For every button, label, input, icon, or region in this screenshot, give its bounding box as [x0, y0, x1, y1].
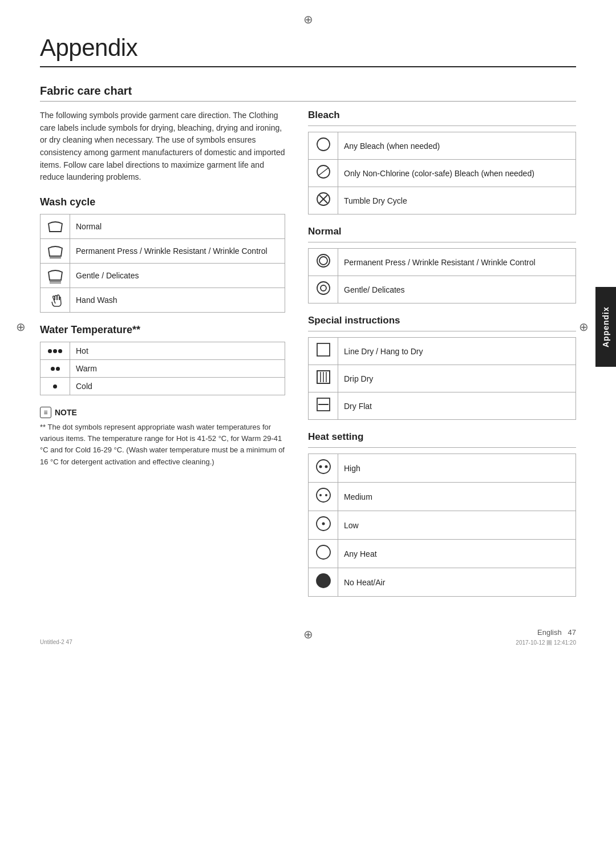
wash-gentle-label: Gentle / Delicates	[70, 264, 285, 288]
normal-table: Permanent Press / Wrinkle Resistant / Wr…	[308, 248, 576, 303]
table-row: Warm	[40, 360, 285, 378]
cold-icon-cell	[40, 378, 70, 395]
svg-point-10	[319, 257, 327, 265]
note-icon: ≡	[40, 407, 51, 418]
line-dry-label: Line Dry / Hang to Dry	[338, 338, 576, 365]
table-row: Hot	[40, 342, 285, 360]
warm-dots	[46, 367, 64, 371]
svg-point-21	[317, 460, 330, 473]
reg-mark-top: ⊕	[303, 13, 313, 26]
table-row: Hand Wash	[40, 288, 285, 313]
special-section: Special instructions	[308, 315, 576, 420]
bleach-no-icon	[309, 187, 338, 214]
wash-pp-icon-cell	[40, 239, 70, 264]
heat-no-label: No Heat/Air	[338, 568, 576, 597]
page-footer: English 47	[0, 628, 616, 637]
bleach-rule	[308, 126, 576, 126]
wash-pp-label: Permanent Press / Wrinkle Resistant / Wr…	[70, 239, 285, 264]
note-box: ≡ NOTE ** The dot symbols represent appr…	[40, 407, 285, 468]
reg-mark-right: ⊕	[579, 320, 589, 334]
heat-low-label: Low	[338, 511, 576, 540]
heat-rule	[308, 447, 576, 448]
svg-point-30	[317, 574, 330, 588]
normal-pp-label: Permanent Press / Wrinkle Resistant / Wr…	[338, 249, 576, 276]
drip-dry-icon	[309, 365, 338, 392]
table-row: Drip Dry	[309, 365, 576, 392]
hot-icon-cell	[40, 342, 70, 360]
svg-point-23	[325, 465, 327, 468]
left-column: The following symbols provide garment ca…	[40, 110, 285, 608]
bleach-any-label: Any Bleach (when needed)	[338, 132, 576, 160]
wash-gentle-icon-cell	[40, 264, 70, 288]
wash-normal-label: Normal	[70, 214, 285, 239]
special-rule	[308, 331, 576, 331]
hot-label: Hot	[70, 342, 285, 360]
wash-hand-icon-cell	[40, 288, 70, 313]
warm-icon-cell	[40, 360, 70, 378]
right-column: Bleach Any Bleach (when needed)	[308, 110, 576, 608]
normal-gentle-icon	[309, 276, 338, 303]
normal-rule	[308, 242, 576, 242]
table-row: High	[309, 454, 576, 483]
heat-high-label: High	[338, 454, 576, 483]
table-row: No Heat/Air	[309, 568, 576, 597]
svg-line-5	[318, 168, 329, 176]
main-content: The following symbols provide garment ca…	[40, 110, 576, 608]
svg-point-12	[321, 285, 326, 291]
normal-pp-icon	[309, 249, 338, 276]
bleach-table: Any Bleach (when needed) Only Non-Chlori	[308, 132, 576, 214]
footer-lang: English 47	[537, 628, 576, 637]
bleach-section: Bleach Any Bleach (when needed)	[308, 110, 576, 214]
dot	[48, 349, 52, 353]
warm-label: Warm	[70, 360, 285, 378]
title-divider	[40, 66, 576, 67]
note-text: ** The dot symbols represent appropriate…	[40, 422, 285, 468]
svg-point-11	[317, 282, 330, 294]
print-date: 2017-10-12 圖 12:41:20	[516, 639, 576, 647]
dot	[56, 367, 60, 371]
svg-point-26	[325, 494, 327, 496]
normal-gentle-label: Gentle/ Delicates	[338, 276, 576, 303]
water-temp-table: Hot Warm	[40, 342, 285, 395]
dot	[58, 349, 62, 353]
table-row: Medium	[309, 483, 576, 511]
svg-point-24	[317, 488, 330, 502]
fabric-rule	[40, 101, 576, 102]
table-row: Permanent Press / Wrinkle Resistant / Wr…	[40, 239, 285, 264]
svg-rect-13	[317, 343, 330, 356]
wash-cycle-title: Wash cycle	[40, 196, 285, 208]
intro-text: The following symbols provide garment ca…	[40, 110, 285, 184]
fabric-care-section: Fabric care chart The following symbols …	[40, 84, 576, 608]
table-row: Cold	[40, 378, 285, 395]
table-row: Normal	[40, 214, 285, 239]
table-row: Line Dry / Hang to Dry	[309, 338, 576, 365]
table-row: Any Bleach (when needed)	[309, 132, 576, 160]
special-table: Line Dry / Hang to Dry	[308, 337, 576, 420]
dot	[53, 384, 57, 388]
special-title: Special instructions	[308, 315, 576, 326]
hot-dots	[46, 349, 64, 353]
heat-table: High Medium	[308, 454, 576, 597]
cold-label: Cold	[70, 378, 285, 395]
table-row: Tumble Dry Cycle	[309, 187, 576, 214]
table-row: Any Heat	[309, 540, 576, 568]
dry-flat-label: Dry Flat	[338, 392, 576, 420]
heat-title: Heat setting	[308, 431, 576, 443]
bleach-title: Bleach	[308, 110, 576, 121]
bleach-non-chlorine-icon	[309, 160, 338, 187]
page-title: Appendix	[40, 34, 576, 62]
heat-section: Heat setting	[308, 431, 576, 597]
table-row: Only Non-Chlorine (color-safe) Bleach (w…	[309, 160, 576, 187]
bleach-non-chlorine-label: Only Non-Chlorine (color-safe) Bleach (w…	[338, 160, 576, 187]
wash-normal-icon-cell	[40, 214, 70, 239]
svg-point-29	[317, 545, 330, 559]
heat-medium-label: Medium	[338, 483, 576, 511]
svg-point-28	[322, 523, 325, 525]
svg-point-25	[319, 494, 322, 496]
bleach-no-label: Tumble Dry Cycle	[338, 187, 576, 214]
normal-title: Normal	[308, 226, 576, 237]
dot	[53, 349, 57, 353]
heat-low-icon	[309, 511, 338, 540]
svg-point-3	[317, 138, 330, 151]
normal-section: Normal Permanent Pre	[308, 226, 576, 303]
